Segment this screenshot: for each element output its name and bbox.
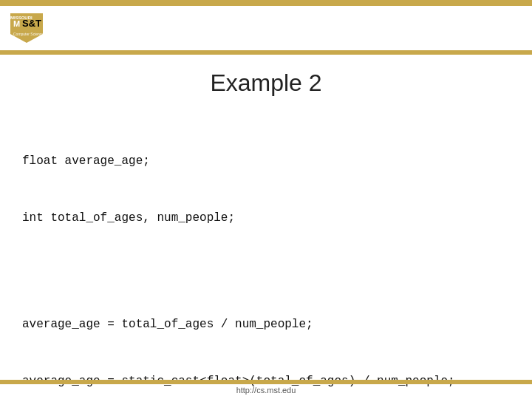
code-section-1: float average_age; int total_of_ages, nu… (22, 115, 510, 266)
bottom-gold-bar (0, 380, 532, 384)
code-line-2: int total_of_ages, num_people; (22, 209, 510, 228)
header: M S&T MISSOURI Computer Science (0, 6, 532, 50)
code-line-1: float average_age; (22, 152, 510, 171)
top-gold-bar (0, 0, 532, 6)
svg-text:Computer Science: Computer Science (13, 32, 44, 36)
slide-title: Example 2 (22, 69, 510, 97)
code-line-3: average_age = total_of_ages / num_people… (22, 316, 510, 335)
svg-text:MISSOURI: MISSOURI (10, 16, 33, 20)
main-content: Example 2 float average_age; int total_o… (0, 55, 532, 372)
footer-url: http://cs.mst.edu (236, 386, 296, 395)
footer: http://cs.mst.edu (0, 386, 532, 396)
svg-text:M: M (13, 19, 20, 28)
university-logo: M S&T MISSOURI Computer Science (7, 10, 46, 46)
logo-svg: M S&T MISSOURI Computer Science (7, 10, 46, 46)
